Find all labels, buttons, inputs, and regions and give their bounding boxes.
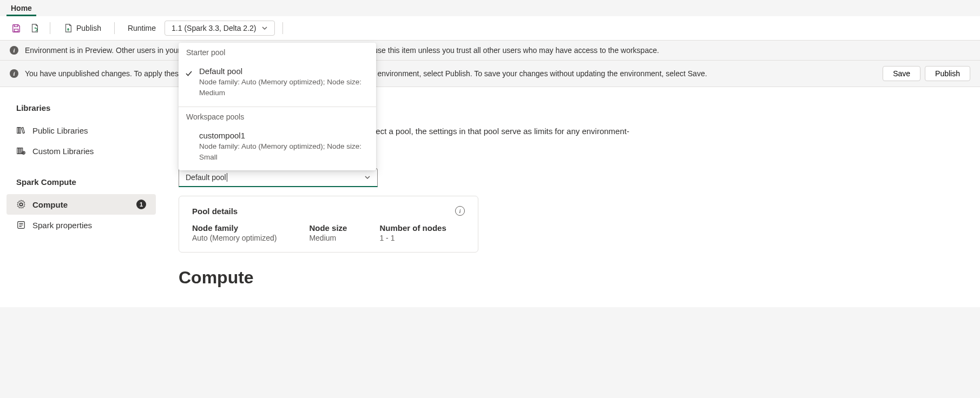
runtime-value: 1.1 (Spark 3.3, Delta 2.2) <box>172 24 256 32</box>
sidebar-item-label: Public Libraries <box>32 126 88 135</box>
chevron-down-icon <box>261 25 268 31</box>
pool-detail-numnodes: Number of nodes 1 - 1 <box>379 223 446 242</box>
page-refresh-icon <box>30 23 40 33</box>
preview-banner-text: Environment is in Preview. Other users i… <box>25 46 970 55</box>
main-area: uration Spark job definitions in this en… <box>162 87 980 307</box>
sidebar: Libraries Public Libraries Custom Librar… <box>0 87 162 307</box>
toolbar-divider <box>114 22 115 34</box>
banner-publish-button[interactable]: Publish <box>925 66 970 81</box>
publish-icon <box>63 23 73 33</box>
compute-badge: 1 <box>136 200 146 209</box>
env-pool-value: Default pool <box>186 173 227 182</box>
pool-details-header: Pool details i <box>192 206 465 216</box>
pool-details-grid: Node family Auto (Memory optimized) Node… <box>192 223 465 242</box>
gear-icon <box>16 200 26 209</box>
sidebar-item-label: Custom Libraries <box>32 147 94 156</box>
dropdown-option-subtitle: Node family: Auto (Memory optimized); No… <box>199 77 369 99</box>
unpublished-banner-text: You have unpublished changes. To apply t… <box>25 69 876 78</box>
environment-pool-select[interactable]: Default pool <box>179 168 378 187</box>
publish-label: Publish <box>76 24 101 32</box>
sidebar-item-public-libraries[interactable]: Public Libraries <box>6 120 156 141</box>
dropdown-option-custompool1[interactable]: custompool1 Node family: Auto (Memory op… <box>179 127 376 171</box>
content-wrapper: Libraries Public Libraries Custom Librar… <box>0 87 980 307</box>
toolbar: Publish Runtime 1.1 (Spark 3.3, Delta 2.… <box>0 16 980 41</box>
dropdown-group-starter: Starter pool <box>179 43 376 62</box>
dropdown-option-default-pool[interactable]: Default pool Node family: Auto (Memory o… <box>179 62 376 107</box>
pool-details-info-button[interactable]: i <box>455 206 465 216</box>
tabs-bar: Home <box>0 0 980 16</box>
preview-banner: i Environment is in Preview. Other users… <box>0 41 980 61</box>
compute-heading: Compute <box>179 268 964 288</box>
num-nodes-label: Number of nodes <box>379 223 446 233</box>
svg-rect-2 <box>17 148 19 154</box>
custom-libraries-icon <box>16 146 26 156</box>
svg-rect-1 <box>19 128 21 134</box>
dropdown-group-workspace: Workspace pools <box>179 107 376 127</box>
pool-dropdown: Starter pool Default pool Node family: A… <box>179 43 376 170</box>
node-family-label: Node family <box>192 223 277 233</box>
publish-button[interactable]: Publish <box>58 21 107 35</box>
public-libraries-icon <box>16 125 26 135</box>
node-size-value: Medium <box>309 234 347 242</box>
save-icon <box>11 23 21 33</box>
save-button[interactable] <box>9 21 24 36</box>
dropdown-option-title: Default pool <box>199 67 369 76</box>
toolbar-divider <box>282 22 283 34</box>
unpublished-banner: i You have unpublished changes. To apply… <box>0 61 980 87</box>
num-nodes-value: 1 - 1 <box>379 234 446 242</box>
sidebar-item-custom-libraries[interactable]: Custom Libraries <box>6 141 156 161</box>
info-icon: i <box>10 69 18 78</box>
sidebar-section-libraries: Libraries <box>6 100 156 120</box>
sidebar-item-label: Spark properties <box>32 221 92 230</box>
node-family-value: Auto (Memory optimized) <box>192 234 277 242</box>
node-size-label: Node size <box>309 223 347 233</box>
pool-details-title: Pool details <box>192 207 238 216</box>
banner-save-button[interactable]: Save <box>883 66 920 81</box>
sidebar-item-compute[interactable]: Compute 1 <box>6 194 156 215</box>
chevron-down-icon <box>364 174 371 181</box>
env-pool-select-wrapper: Starter pool Default pool Node family: A… <box>179 168 378 187</box>
properties-icon <box>16 220 26 230</box>
runtime-label: Runtime <box>122 22 161 35</box>
sidebar-item-label: Compute <box>32 200 68 209</box>
dropdown-option-title: custompool1 <box>199 131 369 140</box>
sidebar-section-spark-compute: Spark Compute <box>6 174 156 194</box>
pool-details-card: Pool details i Node family Auto (Memory … <box>179 196 478 253</box>
info-icon: i <box>10 46 18 55</box>
sidebar-item-spark-properties[interactable]: Spark properties <box>6 215 156 235</box>
banner-actions: Save Publish <box>883 66 970 81</box>
check-icon <box>185 70 193 77</box>
tab-home[interactable]: Home <box>6 1 36 16</box>
toolbar-divider <box>50 22 50 34</box>
refresh-page-button[interactable] <box>27 21 42 36</box>
runtime-select[interactable]: 1.1 (Spark 3.3, Delta 2.2) <box>165 21 275 36</box>
dropdown-option-subtitle: Node family: Auto (Memory optimized); No… <box>199 141 369 163</box>
svg-rect-3 <box>19 148 21 154</box>
svg-rect-0 <box>17 128 19 134</box>
pool-detail-nodefamily: Node family Auto (Memory optimized) <box>192 223 277 242</box>
pool-detail-nodesize: Node size Medium <box>309 223 347 242</box>
